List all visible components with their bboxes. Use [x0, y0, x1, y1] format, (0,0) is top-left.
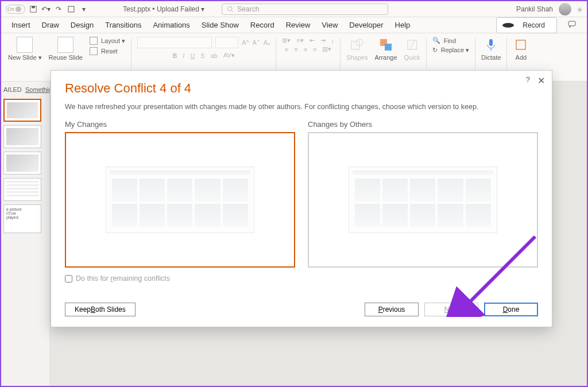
upload-failed-text: AILED	[3, 86, 22, 93]
slide-thumb-2[interactable]	[3, 125, 41, 148]
find-label: Find	[444, 37, 456, 44]
next-button[interactable]: Next	[424, 303, 478, 316]
addins-button[interactable]: Add	[513, 37, 529, 61]
upload-failed-link[interactable]: Somethin	[25, 86, 50, 93]
tab-draw[interactable]: Draw	[36, 18, 65, 32]
title-bar: On ↶▾ ↷ ▾ Test.pptx • Upload Failed ▾ Se…	[1, 1, 587, 17]
reuse-slides-label: Reuse Slide	[49, 54, 83, 61]
new-slide-button[interactable]: New Slide ▾	[8, 37, 42, 61]
font-selector[interactable]	[137, 37, 212, 48]
done-button[interactable]: Done	[484, 303, 538, 316]
more-icon[interactable]: ▾	[79, 5, 88, 14]
find-button[interactable]: 🔍Find	[432, 37, 456, 44]
svg-line-4	[232, 10, 234, 12]
slide-thumb-1[interactable]	[3, 99, 41, 122]
resolve-conflict-dialog: ? ✕ Resolve Conflict 4 of 4 We have refr…	[51, 70, 552, 327]
user-name[interactable]: Pankil Shah	[516, 5, 553, 13]
premium-icon[interactable]: ◈	[577, 5, 582, 13]
tab-developer[interactable]: Developer	[343, 18, 389, 32]
slide-thumb-5[interactable]: e picture n't be played.	[3, 204, 41, 233]
tab-animations[interactable]: Animations	[147, 18, 195, 32]
replace-label: Replace ▾	[441, 47, 469, 54]
reset-button[interactable]: Reset	[90, 47, 118, 55]
slide-error-text: e picture n't be played.	[6, 207, 22, 219]
svg-rect-5	[568, 21, 575, 26]
bullets-icon[interactable]: ≣▾	[282, 37, 291, 44]
shadow-icon[interactable]: ab	[211, 52, 218, 59]
underline-icon[interactable]: U	[190, 52, 195, 59]
tab-transitions[interactable]: Transitions	[99, 18, 147, 32]
align-left-icon[interactable]: ≡	[285, 46, 288, 53]
do-remaining-row[interactable]: Do this for remaining conflicts	[65, 274, 538, 282]
indent-right-icon[interactable]: ⇥	[320, 37, 326, 44]
title-left: On ↶▾ ↷ ▾	[6, 5, 88, 14]
record-button[interactable]: Record	[496, 17, 557, 33]
justify-icon[interactable]: ≡	[313, 46, 316, 53]
arrange-label: Arrange	[374, 54, 397, 61]
svg-rect-11	[489, 39, 493, 46]
tab-slideshow[interactable]: Slide Show	[196, 18, 245, 32]
dialog-close-icon[interactable]: ✕	[537, 75, 545, 86]
redo-icon[interactable]: ↷	[54, 5, 63, 14]
svg-rect-12	[516, 40, 525, 49]
previous-button[interactable]: Previous	[365, 303, 419, 316]
save-icon[interactable]	[29, 5, 38, 14]
menu-bar: Insert Draw Design Transitions Animation…	[1, 17, 587, 33]
tab-help[interactable]: Help	[389, 18, 416, 32]
autosave-toggle[interactable]: On	[6, 5, 25, 14]
columns-icon[interactable]: ▥▾	[322, 45, 331, 53]
indent-left-icon[interactable]: ⇤	[310, 37, 315, 44]
shapes-label: Shapes	[346, 54, 368, 61]
tab-view[interactable]: View	[316, 18, 343, 32]
dialog-title: Resolve Conflict 4 of 4	[65, 81, 538, 96]
others-changes-preview[interactable]	[308, 132, 538, 268]
shapes-button[interactable]: Shapes	[346, 37, 368, 61]
record-label: Record	[517, 19, 551, 32]
tab-review[interactable]: Review	[280, 18, 316, 32]
svg-point-3	[228, 6, 233, 11]
document-title[interactable]: Test.pptx • Upload Failed ▾	[123, 5, 204, 13]
slide-thumb-4[interactable]	[3, 178, 41, 201]
avatar[interactable]	[559, 3, 571, 16]
quick-label: Quick	[404, 54, 420, 61]
clear-format-icon[interactable]: Aₐ	[264, 39, 270, 47]
numbering-icon[interactable]: ≡▾	[296, 37, 303, 44]
dialog-subtitle: We have refreshed your presentation with…	[65, 103, 538, 111]
reset-label: Reset	[101, 48, 118, 55]
line-spacing-icon[interactable]: ↕	[331, 37, 335, 44]
dictate-label: Dictate	[481, 54, 501, 61]
undo-icon[interactable]: ↶▾	[41, 5, 51, 14]
align-right-icon[interactable]: ≡	[304, 46, 307, 53]
do-remaining-label: Do this for remaining conflicts	[76, 274, 170, 282]
replace-button[interactable]: ↻Replace ▾	[432, 47, 469, 54]
my-changes-preview[interactable]	[65, 132, 295, 268]
record-dot-icon	[502, 23, 514, 28]
spacing-icon[interactable]: AV▾	[223, 52, 235, 59]
layout-button[interactable]: Layout ▾	[90, 37, 125, 45]
slide-thumb-3[interactable]	[3, 152, 41, 175]
new-slide-label: New Slide ▾	[8, 54, 42, 61]
svg-rect-2	[68, 6, 74, 12]
tab-record[interactable]: Record	[245, 18, 280, 32]
strike-icon[interactable]: S	[200, 52, 204, 59]
decrease-font-icon[interactable]: A˅	[253, 39, 260, 47]
arrange-button[interactable]: Arrange	[374, 37, 397, 61]
keep-both-button[interactable]: Keep Both Slides	[65, 303, 136, 316]
align-center-icon[interactable]: ≡	[294, 46, 297, 53]
quick-styles-button[interactable]: Quick	[404, 37, 420, 61]
comments-icon[interactable]	[562, 17, 582, 33]
increase-font-icon[interactable]: A^	[242, 39, 249, 46]
tab-design[interactable]: Design	[65, 18, 99, 32]
do-remaining-checkbox[interactable]	[65, 275, 72, 282]
font-size-selector[interactable]	[215, 37, 238, 48]
start-icon[interactable]	[67, 5, 76, 14]
reuse-slides-button[interactable]: Reuse Slide	[49, 37, 83, 61]
bold-icon[interactable]: B	[172, 52, 177, 59]
find-icon: 🔍	[432, 37, 440, 44]
search-box[interactable]: Search	[222, 3, 388, 15]
dictate-button[interactable]: Dictate	[481, 37, 501, 61]
layout-label: Layout ▾	[101, 37, 125, 45]
italic-icon[interactable]: I	[183, 52, 184, 59]
tab-insert[interactable]: Insert	[6, 18, 36, 32]
dialog-help-icon[interactable]: ?	[526, 75, 530, 84]
